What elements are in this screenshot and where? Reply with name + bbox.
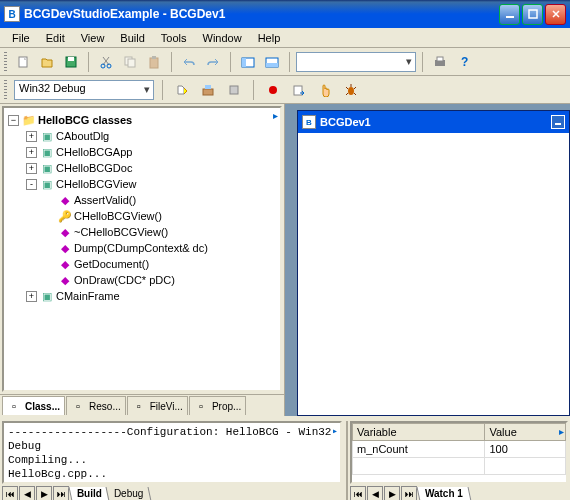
class-tree[interactable]: ▸ −📁HelloBCG classes+▣CAboutDlg+▣CHelloB…	[2, 106, 282, 392]
tree-item-label[interactable]: CHelloBCGDoc	[56, 162, 132, 174]
gripper[interactable]	[4, 80, 7, 100]
breakpoint-button[interactable]	[262, 79, 284, 101]
cut-button[interactable]	[95, 51, 117, 73]
svg-rect-10	[152, 56, 156, 59]
close-button[interactable]	[545, 4, 566, 25]
menu-edit[interactable]: Edit	[38, 30, 73, 46]
window-title: BCGDevStudioExample - BCGDev1	[24, 7, 499, 21]
svg-rect-9	[150, 58, 158, 68]
output-text[interactable]: ▸ ------------------Configuration: Hello…	[2, 421, 342, 484]
watch-val[interactable]: 100	[485, 441, 566, 458]
watch-var[interactable]	[353, 458, 485, 475]
workspace-panel: ▸ −📁HelloBCG classes+▣CAboutDlg+▣CHelloB…	[0, 104, 285, 416]
workspace-tab[interactable]: ▫Class...	[2, 396, 65, 415]
tree-item-label[interactable]: OnDraw(CDC* pDC)	[74, 274, 175, 286]
expand-toggle[interactable]: +	[26, 147, 37, 158]
tree-item-label[interactable]: CHelloBCGView	[56, 178, 137, 190]
new-button[interactable]	[12, 51, 34, 73]
workspace-button[interactable]	[237, 51, 259, 73]
copy-button[interactable]	[119, 51, 141, 73]
output-tab[interactable]: Build	[69, 487, 111, 500]
gripper[interactable]	[4, 52, 7, 72]
nav-first-button[interactable]: ⏮	[2, 486, 18, 500]
nav-prev-button[interactable]: ◀	[19, 486, 35, 500]
insect-button[interactable]	[340, 79, 362, 101]
watch-header[interactable]: Variable	[353, 424, 485, 441]
expand-toggle[interactable]: −	[8, 115, 19, 126]
svg-point-21	[269, 86, 277, 94]
standard-toolbar: ?	[0, 48, 570, 76]
menu-window[interactable]: Window	[195, 30, 250, 46]
minimize-button[interactable]	[499, 4, 520, 25]
maximize-button[interactable]	[522, 4, 543, 25]
nav-first-button[interactable]: ⏮	[350, 486, 366, 500]
panel-menu-icon[interactable]: ▸	[332, 425, 338, 439]
menu-build[interactable]: Build	[112, 30, 152, 46]
watch-var[interactable]: m_nCount	[353, 441, 485, 458]
print-button[interactable]	[429, 51, 451, 73]
compile-button[interactable]	[171, 79, 193, 101]
tree-item-label[interactable]: ~CHelloBCGView()	[74, 226, 168, 238]
nav-next-button[interactable]: ▶	[36, 486, 52, 500]
tree-item-label[interactable]: CMainFrame	[56, 290, 120, 302]
child-title: BCGDev1	[320, 116, 371, 128]
output-line: Compiling...	[8, 453, 336, 467]
undo-button[interactable]	[178, 51, 200, 73]
menu-file[interactable]: File	[4, 30, 38, 46]
help-button[interactable]: ?	[453, 51, 475, 73]
find-combo[interactable]	[296, 52, 416, 72]
expand-toggle[interactable]: +	[26, 131, 37, 142]
watch-tab[interactable]: Watch 1	[417, 487, 472, 500]
expand-toggle[interactable]: +	[26, 291, 37, 302]
tree-item-label[interactable]: CHelloBCGView()	[74, 210, 162, 222]
panel-menu-icon[interactable]: ▸	[273, 110, 278, 121]
nav-last-button[interactable]: ⏭	[401, 486, 417, 500]
expand-toggle[interactable]: -	[26, 179, 37, 190]
child-minimize-button[interactable]	[551, 115, 565, 129]
build-button[interactable]	[197, 79, 219, 101]
method-icon: 🔑	[58, 209, 72, 223]
watch-val[interactable]	[485, 458, 566, 475]
save-button[interactable]	[60, 51, 82, 73]
document-view[interactable]	[298, 133, 569, 415]
menu-view[interactable]: View	[73, 30, 113, 46]
expand-toggle[interactable]: +	[26, 163, 37, 174]
menu-help[interactable]: Help	[250, 30, 289, 46]
stop-build-button[interactable]	[223, 79, 245, 101]
nav-last-button[interactable]: ⏭	[53, 486, 69, 500]
nav-prev-button[interactable]: ◀	[367, 486, 383, 500]
child-title-bar[interactable]: B BCGDev1	[298, 111, 569, 133]
open-button[interactable]	[36, 51, 58, 73]
method-icon: ◆	[58, 241, 72, 255]
redo-button[interactable]	[202, 51, 224, 73]
output-button[interactable]	[261, 51, 283, 73]
paste-button[interactable]	[143, 51, 165, 73]
tree-item-label[interactable]: AssertValid()	[74, 194, 136, 206]
tree-item-label[interactable]: CAboutDlg	[56, 130, 109, 142]
app-icon: B	[4, 6, 20, 22]
tree-root-label[interactable]: HelloBCG classes	[38, 114, 132, 126]
menu-tools[interactable]: Tools	[153, 30, 195, 46]
go-button[interactable]	[288, 79, 310, 101]
nav-next-button[interactable]: ▶	[384, 486, 400, 500]
config-combo[interactable]: Win32 Debug	[14, 80, 154, 100]
svg-rect-12	[242, 58, 246, 67]
watch-grid[interactable]: ▸ VariableValuem_nCount100	[350, 421, 568, 484]
panel-menu-icon[interactable]: ▸	[559, 425, 564, 439]
hand-button[interactable]	[314, 79, 336, 101]
build-toolbar: Win32 Debug	[0, 76, 570, 104]
svg-point-23	[348, 87, 354, 95]
child-window[interactable]: B BCGDev1	[297, 110, 570, 416]
tree-item-label[interactable]: Dump(CDumpContext& dc)	[74, 242, 208, 254]
tab-icon: ▫	[194, 399, 208, 413]
workspace-tab[interactable]: ▫FileVi...	[127, 396, 188, 415]
workspace-tab[interactable]: ▫Reso...	[66, 396, 126, 415]
tree-item-label[interactable]: CHelloBCGApp	[56, 146, 132, 158]
output-tab[interactable]: Debug	[106, 487, 152, 500]
tree-item-label[interactable]: GetDocument()	[74, 258, 149, 270]
workspace-tab[interactable]: ▫Prop...	[189, 396, 246, 415]
workspace-tabs: ▫Class...▫Reso...▫FileVi...▫Prop...	[0, 394, 284, 416]
watch-header[interactable]: Value	[485, 424, 566, 441]
tab-label: Class...	[25, 401, 60, 412]
svg-rect-8	[128, 59, 135, 67]
